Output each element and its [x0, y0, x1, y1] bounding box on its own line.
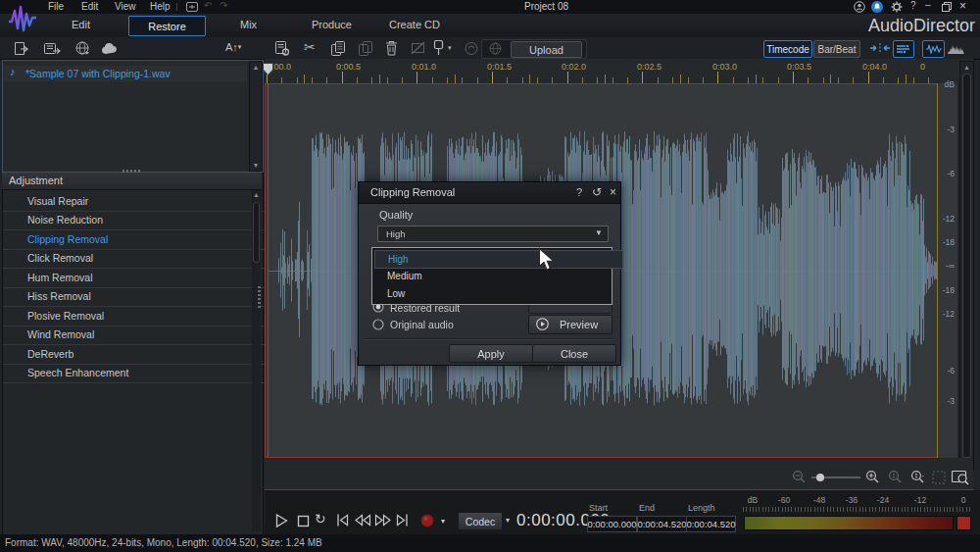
adjustment-scrollbar[interactable]: ▲	[252, 190, 261, 531]
redo-icon[interactable]: ↷	[220, 0, 227, 11]
marker-button[interactable]	[432, 40, 445, 56]
restore-window-button[interactable]	[942, 2, 952, 12]
quality-option-low[interactable]: Low	[374, 285, 621, 303]
wave-vscrollbar[interactable]: ▲ ▼	[959, 61, 974, 471]
fast-forward-button[interactable]	[374, 513, 392, 527]
quality-option-high[interactable]: High	[374, 250, 623, 269]
adjustment-item-wind-removal[interactable]: Wind Removal	[3, 326, 272, 345]
crossfade-view-button[interactable]	[870, 42, 890, 54]
export-media-button[interactable]	[44, 41, 61, 56]
tab-produce[interactable]: Produce	[312, 19, 352, 30]
directorzone-icon[interactable]	[74, 40, 90, 56]
radio-original-audio[interactable]	[372, 319, 384, 330]
zoom-level-button[interactable]	[910, 470, 926, 485]
go-to-end-button[interactable]	[395, 513, 410, 527]
zoom-in-button[interactable]	[865, 470, 881, 485]
adjustment-item-plosive-removal[interactable]: Plosive Removal	[3, 307, 272, 326]
bar-beat-button[interactable]: Bar/Beat	[813, 40, 860, 58]
zoom-slider[interactable]	[811, 477, 860, 478]
stop-button[interactable]	[297, 515, 310, 527]
playhead-line[interactable]	[268, 83, 269, 457]
zoom-slider-handle[interactable]	[816, 474, 824, 481]
apply-button[interactable]: Apply	[449, 344, 533, 363]
adjustment-item-noise-reduction[interactable]: Noise Reduction	[3, 211, 272, 230]
codec-button[interactable]: Codec	[458, 512, 503, 530]
quality-dropdown-list[interactable]: High Medium Low	[371, 247, 612, 305]
magnify-preview-button[interactable]	[952, 469, 969, 485]
account-icon[interactable]	[854, 1, 865, 13]
clipping-removal-dialog: Clipping Removal ? ↺ × Quality High ▼ Re…	[358, 181, 621, 366]
scroll-down-icon[interactable]: ▼	[250, 161, 262, 170]
menu-file[interactable]: File	[44, 1, 68, 12]
spectral-view-button[interactable]	[946, 40, 966, 56]
import-media-button[interactable]	[14, 41, 29, 56]
menu-edit[interactable]: Edit	[77, 1, 102, 12]
adjustment-item-hum-removal[interactable]: Hum Removal	[3, 269, 272, 288]
radio-original-label[interactable]: Original audio	[390, 319, 454, 330]
zoom-fit-button[interactable]	[888, 470, 904, 485]
start-value[interactable]: 0:00:00.000	[587, 516, 637, 532]
zoom-selection-button[interactable]	[932, 471, 946, 484]
tab-create-cd[interactable]: Create CD	[389, 19, 440, 30]
adjustment-item-dereverb[interactable]: DeReverb	[3, 345, 272, 365]
adjustment-item-visual-repair[interactable]: Visual Repair	[3, 192, 272, 212]
go-to-start-button[interactable]	[335, 513, 350, 527]
menu-view[interactable]: View	[111, 1, 140, 12]
scroll-up-icon[interactable]: ▲	[250, 63, 262, 72]
record-options-arrow[interactable]: ▾	[441, 517, 445, 526]
length-value[interactable]: 0:00:04.520	[686, 516, 736, 532]
timecode-button[interactable]: Timecode	[763, 40, 812, 58]
quality-option-medium[interactable]: Medium	[374, 268, 621, 285]
loop-button[interactable]: ↻	[315, 511, 326, 527]
dialog-reset-icon[interactable]: ↺	[592, 185, 602, 199]
zoom-out-button[interactable]	[792, 470, 808, 485]
trim-button[interactable]	[411, 41, 425, 55]
end-value[interactable]: 0:00:04.520	[637, 516, 687, 532]
cut-scissors-icon[interactable]: ✂	[304, 39, 316, 55]
waveform-view-button[interactable]	[922, 40, 945, 58]
scroll-up-icon[interactable]: ▲	[960, 63, 973, 72]
notifications-icon[interactable]	[871, 1, 883, 13]
copy-button[interactable]	[331, 41, 346, 56]
undo-icon[interactable]: ↶	[204, 0, 212, 11]
adjustment-item-hiss-removal[interactable]: Hiss Removal	[3, 287, 272, 307]
adjustment-item-speech-enhancement[interactable]: Speech Enhancement	[3, 364, 272, 383]
settings-gear-icon[interactable]	[891, 1, 903, 13]
tab-edit[interactable]: Edit	[72, 19, 90, 30]
scroll-up-icon[interactable]: ▲	[252, 190, 261, 199]
rewind-button[interactable]	[354, 513, 371, 527]
dialog-close-button[interactable]: Close	[532, 344, 616, 363]
marker-dropdown-arrow[interactable]: ▾	[448, 44, 452, 52]
adjustment-item-clipping-removal[interactable]: Clipping Removal	[3, 230, 272, 250]
help-icon[interactable]: ?	[910, 0, 916, 11]
workspace-icon[interactable]	[186, 2, 198, 12]
tab-restore[interactable]: Restore	[128, 16, 206, 36]
codec-dropdown-arrow[interactable]: ▾	[506, 516, 510, 525]
playhead-marker[interactable]	[263, 63, 273, 75]
cloud-icon[interactable]	[101, 43, 119, 55]
upload-button[interactable]: Upload	[511, 41, 582, 58]
preview-button[interactable]: Preview	[528, 315, 612, 334]
minimize-button[interactable]: –	[925, 0, 931, 10]
timeline-ruler[interactable]: 0:00.0 0:00.5 0:01.0 0:01.5 0:02.0 0:02.…	[265, 59, 973, 83]
media-scrollbar[interactable]: ▲ ▼	[249, 61, 263, 172]
tab-mix[interactable]: Mix	[240, 19, 257, 30]
adjustment-item-click-removal[interactable]: Click Removal	[3, 249, 272, 269]
db-axis-label: -6	[938, 366, 955, 376]
menu-help[interactable]: Help	[146, 1, 174, 12]
panel-splitter[interactable]	[258, 286, 261, 308]
play-button[interactable]	[274, 513, 289, 528]
close-window-button[interactable]: ×	[959, 0, 966, 13]
dialog-title-bar[interactable]: Clipping Removal ? ↺ ×	[359, 182, 620, 204]
dialog-close-icon[interactable]: ×	[610, 185, 616, 199]
paste-button[interactable]	[359, 41, 373, 56]
quality-select[interactable]: High ▼	[377, 226, 609, 242]
sort-button[interactable]: A↑▾	[225, 41, 241, 53]
delete-trash-button[interactable]	[385, 40, 398, 56]
multitrack-view-button[interactable]	[893, 40, 914, 58]
media-item[interactable]: ♪ *Sample 07 with Clipping-1.wav	[4, 66, 247, 81]
speaker-button[interactable]	[464, 41, 479, 56]
dialog-help-icon[interactable]: ?	[576, 186, 582, 198]
record-button[interactable]	[419, 513, 435, 528]
adjustment-settings-button[interactable]	[274, 41, 290, 56]
